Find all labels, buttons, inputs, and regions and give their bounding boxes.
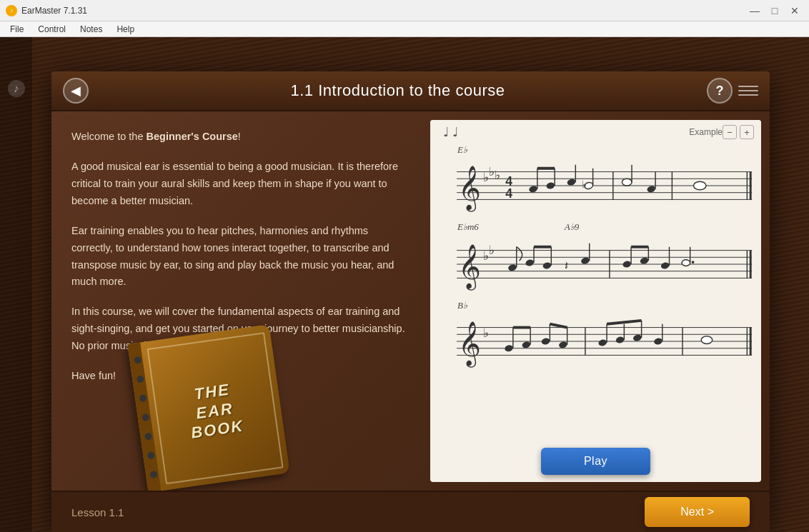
menu-line-2 — [738, 90, 758, 91]
staff-section-1: E♭ 𝄞 ♭ — [436, 144, 755, 214]
svg-point-40 — [525, 259, 535, 266]
staff-section-3: B♭ 𝄞 ♭ — [436, 300, 755, 370]
menu-hamburger-button[interactable] — [738, 81, 758, 101]
lesson-label: Lesson 1.1 — [71, 506, 124, 518]
welcome-text-suffix: ! — [238, 131, 241, 142]
music-panel: ♩ ♩ Example − + E♭ — [430, 111, 770, 491]
zoom-in-button[interactable]: + — [740, 125, 754, 139]
svg-point-68 — [504, 344, 514, 352]
svg-text:♭: ♭ — [489, 164, 495, 179]
svg-point-75 — [558, 341, 568, 348]
svg-point-42 — [542, 261, 552, 269]
svg-point-70 — [522, 341, 532, 348]
svg-point-22 — [622, 179, 632, 186]
svg-point-57 — [692, 261, 695, 264]
svg-point-24 — [646, 185, 656, 193]
help-icon: ? — [716, 84, 724, 99]
book-border-decoration — [147, 332, 283, 484]
modal-header: ◀ 1.1 Introduction to the course ? — [51, 71, 770, 111]
welcome-text-prefix: Welcome to the — [71, 131, 147, 142]
svg-point-51 — [640, 256, 650, 264]
app-icon: ♪ — [6, 5, 17, 16]
svg-point-46 — [580, 256, 590, 264]
menu-control[interactable]: Control — [31, 23, 73, 36]
svg-text:♭: ♭ — [495, 168, 500, 182]
svg-text:♭: ♭ — [483, 326, 489, 340]
minimize-button[interactable]: — — [746, 4, 763, 17]
svg-point-16 — [567, 178, 577, 186]
paragraph-ear-training: Ear training enables you to hear pitches… — [71, 223, 410, 291]
svg-point-38 — [507, 264, 517, 271]
svg-text:𝄞: 𝄞 — [458, 321, 481, 368]
paragraph-musical-ear: A good musical ear is essential to being… — [71, 159, 410, 210]
staff-label-1: E♭ — [457, 144, 755, 156]
sheet-header: ♩ ♩ Example − + — [430, 120, 761, 141]
back-icon: ◀ — [71, 83, 81, 99]
back-button[interactable]: ◀ — [63, 78, 89, 104]
example-label: Example — [583, 127, 723, 137]
menu-file[interactable]: File — [3, 23, 31, 36]
svg-line-77 — [550, 324, 567, 328]
sheet-music-container: ♩ ♩ Example − + E♭ — [430, 120, 761, 482]
menu-notes[interactable]: Notes — [73, 23, 109, 36]
sidebar-music-icon: ♪ — [8, 80, 25, 97]
staff-svg-2: 𝄞 ♭ ♭ — [436, 236, 755, 293]
svg-text:4: 4 — [505, 186, 512, 201]
next-button[interactable]: Next > — [645, 497, 750, 527]
svg-line-85 — [607, 321, 642, 324]
svg-point-89 — [701, 336, 713, 344]
welcome-paragraph: Welcome to the Beginner's Course! — [71, 129, 410, 146]
help-button[interactable]: ? — [707, 78, 733, 104]
svg-point-81 — [615, 336, 625, 343]
staff-section-2: E♭m6 A♭9 𝄞 ♭ — [436, 221, 755, 293]
svg-point-83 — [632, 333, 642, 341]
menu-bar: File Control Notes Help — [0, 21, 809, 37]
svg-text:𝄞: 𝄞 — [458, 166, 481, 212]
svg-point-86 — [653, 337, 663, 345]
svg-point-11 — [528, 185, 538, 193]
course-name: Beginner's Course — [147, 131, 238, 142]
svg-text:♭: ♭ — [483, 170, 489, 184]
svg-point-49 — [622, 260, 632, 268]
app-background: ♪ ◀ 1.1 Introduction to the course ? — [0, 37, 809, 532]
modal-footer: Lesson 1.1 Next > — [51, 491, 770, 532]
music-note-icon: ♩ ♩ — [443, 124, 458, 140]
svg-text:♭: ♭ — [489, 243, 495, 257]
text-panel: Welcome to the Beginner's Course! A good… — [51, 111, 430, 491]
svg-point-79 — [597, 338, 607, 346]
zoom-controls: − + — [723, 125, 754, 139]
svg-text:𝄽: 𝄽 — [565, 261, 568, 269]
svg-text:♭: ♭ — [582, 179, 587, 190]
close-button[interactable]: ✕ — [786, 4, 803, 17]
zoom-out-button[interactable]: − — [723, 125, 737, 139]
sheet-scroll[interactable]: E♭ 𝄞 ♭ — [430, 141, 761, 441]
modal-dialog: ◀ 1.1 Introduction to the course ? Welco… — [51, 71, 770, 532]
svg-point-73 — [541, 337, 551, 345]
app-title: EarMaster 7.1.31 — [21, 6, 746, 16]
staff-svg-1: 𝄞 ♭ ♭ ♭ 4 4 — [436, 157, 755, 214]
ear-book-image: THE EAR BOOK — [127, 324, 289, 491]
svg-point-54 — [660, 261, 670, 269]
svg-point-56 — [682, 260, 690, 266]
svg-point-27 — [694, 181, 706, 190]
play-button[interactable]: Play — [541, 448, 650, 475]
menu-line-1 — [738, 86, 758, 87]
book-decoration: THE EAR BOOK — [137, 333, 294, 491]
staff-label-2a: E♭m6 — [457, 221, 479, 233]
svg-text:♭: ♭ — [483, 249, 489, 263]
svg-text:𝄞: 𝄞 — [458, 244, 481, 291]
sidebar-left: ♪ — [0, 37, 32, 532]
staff-label-2b: A♭9 — [565, 221, 579, 233]
maximize-button[interactable]: □ — [766, 4, 783, 17]
menu-help[interactable]: Help — [109, 23, 142, 36]
title-bar: ♪ EarMaster 7.1.31 — □ ✕ — [0, 0, 809, 21]
menu-line-3 — [738, 94, 758, 96]
play-button-container: Play — [430, 441, 761, 482]
window-controls: — □ ✕ — [746, 4, 803, 17]
modal-title: 1.1 Introduction to the course — [89, 81, 707, 100]
svg-point-13 — [546, 181, 556, 189]
modal-body: Welcome to the Beginner's Course! A good… — [51, 111, 770, 491]
staff-label-3: B♭ — [457, 300, 755, 311]
staff-svg-3: 𝄞 ♭ — [436, 313, 755, 370]
